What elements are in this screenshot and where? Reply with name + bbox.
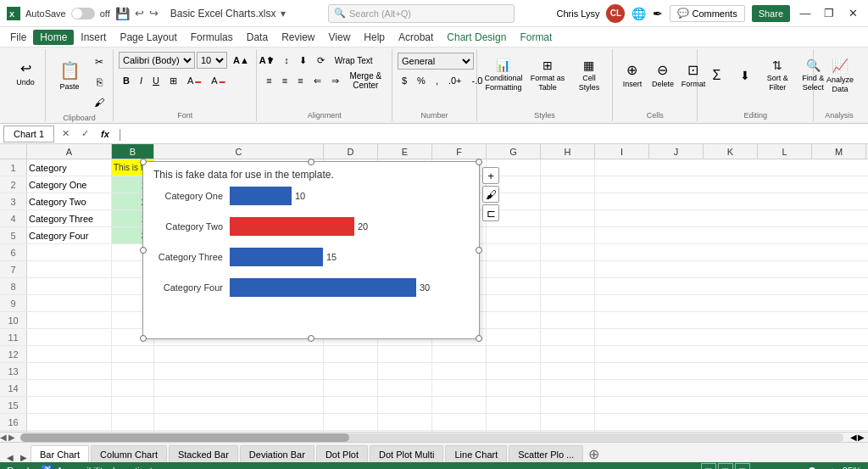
cell-G17[interactable]	[487, 431, 541, 432]
currency-button[interactable]: $	[398, 71, 411, 90]
cut-button[interactable]: ✂	[90, 53, 108, 71]
cell-A15[interactable]	[27, 397, 112, 413]
cell-E16[interactable]	[378, 414, 432, 430]
cell-B13[interactable]	[112, 363, 154, 379]
number-format-select[interactable]: General	[398, 53, 474, 70]
menu-format[interactable]: Format	[513, 30, 559, 45]
col-header-M[interactable]: M	[812, 144, 866, 159]
menu-review[interactable]: Review	[275, 30, 321, 45]
cell-E14[interactable]	[378, 380, 432, 396]
format-painter-button[interactable]: 🖌	[90, 93, 108, 112]
cell-G7[interactable]	[487, 261, 541, 277]
cell-G8[interactable]	[487, 278, 541, 294]
tab-bar-chart[interactable]: Bar Chart	[31, 445, 89, 462]
cell-C15[interactable]	[154, 397, 324, 413]
percent-button[interactable]: %	[413, 71, 430, 90]
col-header-L[interactable]: L	[758, 144, 812, 159]
chart-handle-bm[interactable]	[308, 335, 314, 342]
cell-C17[interactable]	[154, 431, 324, 432]
col-header-E[interactable]: E	[378, 144, 432, 159]
function-button[interactable]: fx	[97, 125, 114, 143]
border-button[interactable]: ⊞	[165, 71, 181, 90]
chart-handle-bl[interactable]	[140, 335, 147, 342]
align-bottom-button[interactable]: ⬇	[295, 51, 311, 70]
undo-icon[interactable]: ↩	[135, 7, 144, 20]
accessibility-area[interactable]: ♿ Accessibility: Investigate	[41, 465, 158, 469]
merge-center-button[interactable]: Merge & Center	[345, 71, 387, 90]
cell-H5[interactable]	[541, 227, 595, 243]
scroll-left-btn[interactable]: ◀	[0, 433, 8, 442]
tab-column-chart[interactable]: Column Chart	[91, 445, 167, 462]
globe-icon[interactable]: 🌐	[632, 7, 646, 20]
col-header-F[interactable]: F	[432, 144, 487, 159]
align-top-button[interactable]: ⬆	[262, 51, 278, 70]
cell-A11[interactable]	[27, 329, 112, 345]
col-header-J[interactable]: J	[649, 144, 704, 159]
cell-A3[interactable]: Category Two	[27, 193, 112, 209]
chart-handle-br[interactable]	[476, 335, 482, 342]
tab-scroll-left[interactable]: ◀	[3, 453, 17, 462]
cell-H12[interactable]	[541, 346, 595, 362]
cell-styles-button[interactable]: ▦ Cell Styles	[570, 53, 608, 98]
minimize-button[interactable]: —	[797, 5, 814, 22]
tab-scroll-right[interactable]: ▶	[17, 453, 31, 462]
cell-H1[interactable]	[541, 159, 595, 176]
cell-H7[interactable]	[541, 261, 595, 277]
page-layout-button[interactable]: ▤	[718, 463, 733, 469]
chart-handle-tr[interactable]	[476, 159, 482, 165]
copy-button[interactable]: ⎘	[90, 73, 108, 92]
indent-increase-button[interactable]: ⇒	[327, 71, 343, 90]
menu-chart-design[interactable]: Chart Design	[440, 30, 513, 45]
cell-D13[interactable]	[324, 363, 378, 379]
col-header-K[interactable]: K	[704, 144, 758, 159]
tab-dot-plot[interactable]: Dot Plot	[316, 445, 368, 462]
cell-A13[interactable]	[27, 363, 112, 379]
cell-H14[interactable]	[541, 380, 595, 396]
col-header-C[interactable]: C	[154, 144, 324, 159]
menu-formulas[interactable]: Formulas	[184, 30, 240, 45]
col-header-H[interactable]: H	[541, 144, 595, 159]
font-name-select[interactable]: Calibri (Body)	[119, 52, 195, 69]
orientation-button[interactable]: ⟳	[313, 51, 329, 70]
search-box[interactable]: 🔍 Search (Alt+Q)	[328, 4, 515, 23]
cell-H17[interactable]	[541, 431, 595, 432]
cell-D15[interactable]	[324, 397, 378, 413]
analyze-data-button[interactable]: 📈 Analyze Data	[819, 53, 861, 98]
comments-button[interactable]: 💬 Comments	[670, 5, 744, 22]
chart-handle-ml[interactable]	[140, 247, 147, 254]
cell-H2[interactable]	[541, 176, 595, 193]
cell-F16[interactable]	[432, 414, 487, 430]
restore-button[interactable]: ❐	[821, 5, 837, 22]
cell-F13[interactable]	[432, 363, 487, 379]
cell-F12[interactable]	[432, 346, 487, 362]
close-button[interactable]: ✕	[844, 5, 861, 22]
confirm-formula-button[interactable]: ✓	[77, 125, 93, 143]
autosave-toggle[interactable]	[71, 8, 95, 20]
menu-view[interactable]: View	[322, 30, 358, 45]
cell-H9[interactable]	[541, 295, 595, 311]
cell-A10[interactable]	[27, 312, 112, 328]
cell-H6[interactable]	[541, 244, 595, 260]
col-header-A[interactable]: A	[27, 144, 112, 159]
cell-G5[interactable]	[487, 227, 541, 243]
cell-B17[interactable]	[112, 431, 154, 432]
underline-button[interactable]: U	[148, 71, 164, 90]
undo-button[interactable]: ↩Undo	[8, 51, 42, 97]
insert-cells-button[interactable]: ⊕ Insert	[618, 53, 647, 98]
align-left-button[interactable]: ≡	[262, 71, 275, 90]
menu-page-layout[interactable]: Page Layout	[113, 30, 183, 45]
zoom-level[interactable]: 95%	[843, 466, 861, 469]
font-color-button[interactable]: A▬	[207, 71, 229, 90]
cell-G13[interactable]	[487, 363, 541, 379]
cell-C13[interactable]	[154, 363, 324, 379]
chart-handle-tl[interactable]	[140, 159, 147, 165]
cell-H3[interactable]	[541, 193, 595, 209]
cell-H15[interactable]	[541, 397, 595, 413]
fill-button[interactable]: ⬇	[732, 53, 759, 98]
cancel-formula-button[interactable]: ✕	[58, 125, 74, 143]
chart-container[interactable]: This is fake data for use in the templat…	[142, 161, 480, 339]
chart-style-button[interactable]: 🖌	[482, 186, 499, 203]
scroll-right-btn[interactable]: ▶	[8, 433, 17, 442]
cell-F14[interactable]	[432, 380, 487, 396]
cell-D16[interactable]	[324, 414, 378, 430]
